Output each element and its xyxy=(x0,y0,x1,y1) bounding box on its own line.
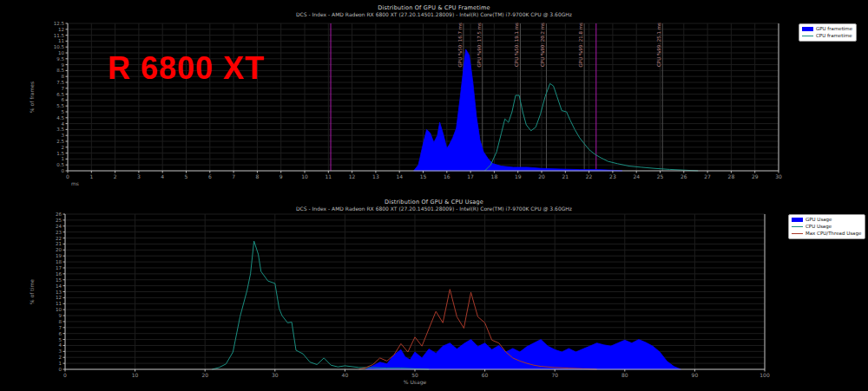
svg-text:19: 19 xyxy=(56,253,62,258)
svg-text:9: 9 xyxy=(59,313,62,318)
grid xyxy=(65,214,765,369)
svg-text:11: 11 xyxy=(325,173,332,179)
svg-text:23: 23 xyxy=(56,230,62,235)
marker-label: GPU %50: 16.7 ms xyxy=(457,23,463,68)
y-axis: 0123456789101112131415161718192021222324… xyxy=(56,212,65,372)
marker-label: GPU %99: 21.8 ms xyxy=(578,23,583,68)
svg-text:22: 22 xyxy=(586,173,593,179)
svg-text:1.5: 1.5 xyxy=(56,151,64,156)
series-cpu-usage xyxy=(212,241,429,369)
svg-text:100: 100 xyxy=(760,372,770,378)
y-axis-label: % of frames xyxy=(29,81,35,113)
svg-text:30: 30 xyxy=(775,173,782,179)
svg-text:29: 29 xyxy=(752,173,759,179)
svg-text:25: 25 xyxy=(56,218,62,223)
legend-label: Max CPU/Thread Usage xyxy=(806,231,861,237)
svg-text:9.5: 9.5 xyxy=(56,56,64,62)
legend-item-gpu-frametime: GPU frametime xyxy=(802,26,852,32)
usage-distribution-chart: Distribution Of GPU & CPU Usage DCS - In… xyxy=(0,196,868,391)
svg-text:4: 4 xyxy=(59,342,62,348)
usage-legend: GPU UsageCPU UsageMax CPU/Thread Usage xyxy=(788,214,865,239)
series-cpu-frametime xyxy=(485,83,699,171)
svg-text:17: 17 xyxy=(467,173,474,179)
svg-text:11: 11 xyxy=(58,38,64,43)
svg-text:18: 18 xyxy=(56,259,62,264)
svg-text:0: 0 xyxy=(59,367,62,372)
marker-label: CPU %50: 19.1 ms xyxy=(514,23,519,67)
svg-text:1: 1 xyxy=(89,173,93,179)
svg-text:5.5: 5.5 xyxy=(56,103,64,108)
svg-text:2: 2 xyxy=(114,173,117,179)
svg-text:6: 6 xyxy=(62,97,65,102)
svg-text:90: 90 xyxy=(692,372,699,378)
svg-text:21: 21 xyxy=(56,241,62,246)
svg-text:20: 20 xyxy=(538,173,545,179)
svg-text:14: 14 xyxy=(396,173,403,179)
svg-text:4: 4 xyxy=(161,173,164,179)
svg-text:4.5: 4.5 xyxy=(56,115,64,121)
gpu-name-annotation: R 6800 XT xyxy=(108,50,265,87)
svg-text:3.5: 3.5 xyxy=(56,127,64,132)
svg-text:7: 7 xyxy=(232,173,235,179)
svg-text:80: 80 xyxy=(621,372,628,378)
svg-text:10.5: 10.5 xyxy=(54,44,65,49)
svg-text:14: 14 xyxy=(56,283,62,289)
svg-text:28: 28 xyxy=(728,173,735,179)
svg-text:60: 60 xyxy=(482,372,489,378)
svg-text:6.5: 6.5 xyxy=(56,92,64,97)
svg-text:0: 0 xyxy=(63,372,67,378)
svg-text:19: 19 xyxy=(515,173,522,179)
legend-swatch xyxy=(792,233,803,235)
x-axis: 0123456789101112131415161718192021222324… xyxy=(66,171,782,179)
legend-item-cpu-frametime: CPU frametime xyxy=(802,33,852,39)
svg-text:24: 24 xyxy=(56,224,62,229)
svg-text:8: 8 xyxy=(59,319,62,324)
svg-text:3: 3 xyxy=(137,173,141,179)
svg-text:5: 5 xyxy=(59,337,62,342)
svg-text:22: 22 xyxy=(56,236,62,241)
svg-text:2.5: 2.5 xyxy=(56,139,64,144)
svg-text:7: 7 xyxy=(62,86,65,91)
svg-text:12: 12 xyxy=(58,27,64,32)
svg-text:3: 3 xyxy=(59,349,62,354)
svg-text:13: 13 xyxy=(56,290,62,295)
svg-text:5: 5 xyxy=(185,173,188,179)
x-axis-label: ms xyxy=(71,180,79,186)
svg-text:9: 9 xyxy=(62,62,65,68)
legend-label: GPU frametime xyxy=(816,26,852,32)
svg-text:26: 26 xyxy=(56,212,62,217)
frametime-legend: GPU frametimeCPU frametime xyxy=(799,23,857,42)
legend-label: GPU Usage xyxy=(806,217,832,223)
legend-swatch xyxy=(802,27,813,31)
svg-text:18: 18 xyxy=(491,173,498,179)
y-axis: 00.511.522.533.544.555.566.577.588.599.5… xyxy=(54,21,68,173)
svg-text:10: 10 xyxy=(301,173,308,179)
svg-text:40: 40 xyxy=(342,372,349,378)
svg-text:11.5: 11.5 xyxy=(54,33,65,38)
svg-text:7.5: 7.5 xyxy=(56,80,64,85)
svg-text:8: 8 xyxy=(255,173,259,179)
svg-text:2: 2 xyxy=(62,145,65,150)
svg-text:10: 10 xyxy=(58,50,64,55)
frametime-distribution-chart: Distribution Of GPU & CPU Frametime DCS … xyxy=(0,0,868,195)
svg-text:8: 8 xyxy=(62,74,65,79)
svg-text:11: 11 xyxy=(56,301,62,306)
marker-label: CPU %90: 20.2 ms xyxy=(540,23,545,67)
x-axis: 0102030405060708090100 xyxy=(63,369,770,378)
svg-text:24: 24 xyxy=(633,173,640,179)
svg-text:7: 7 xyxy=(59,325,62,330)
legend-swatch xyxy=(792,218,803,222)
svg-text:25: 25 xyxy=(657,173,664,179)
svg-text:6: 6 xyxy=(208,173,212,179)
frametime-plot-area: GPU %50: 16.7 msGPU %90: 17.5 msCPU %50:… xyxy=(0,0,868,195)
svg-text:12: 12 xyxy=(56,295,62,300)
marker-label: CPU %99: 25.1 ms xyxy=(656,23,661,67)
svg-text:4: 4 xyxy=(62,121,65,127)
series-gpu-usage xyxy=(366,340,681,369)
marker-label: GPU %90: 17.5 ms xyxy=(477,23,482,68)
legend-item-cpu-usage: CPU Usage xyxy=(792,224,861,230)
svg-text:30: 30 xyxy=(272,372,279,378)
svg-text:23: 23 xyxy=(609,173,616,179)
svg-text:26: 26 xyxy=(681,173,687,179)
svg-text:9: 9 xyxy=(279,173,283,179)
